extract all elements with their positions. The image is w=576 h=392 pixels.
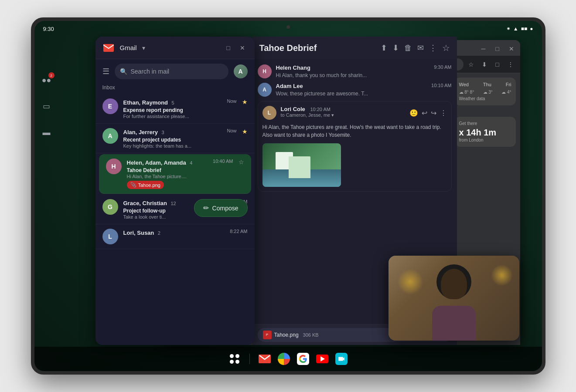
taskbar-youtube-icon[interactable] — [313, 349, 332, 368]
photo-preview — [262, 143, 341, 187]
wifi-icon: ▲ — [513, 26, 518, 32]
youtube-icon — [316, 355, 328, 363]
user-avatar[interactable]: A — [234, 64, 248, 78]
archive-icon[interactable]: ⬇ — [392, 43, 399, 53]
gmail-panel: Gmail ▾ □ ✕ ☰ 🔍 Search in mail A Inb — [95, 37, 255, 345]
gmail-logo — [102, 42, 115, 54]
taskbar-apps-button[interactable] — [225, 349, 244, 368]
time-5: 8:22 AM — [230, 229, 247, 237]
count-2: 3 — [161, 130, 164, 135]
inbox-label: Inbox — [95, 84, 255, 94]
delete-icon[interactable]: 🗑 — [404, 44, 412, 53]
avatar-msg-lori: L — [262, 106, 276, 120]
gmail-search[interactable]: 🔍 Search in mail — [115, 64, 228, 79]
person-head — [441, 269, 467, 299]
email-item-1[interactable]: E Ethan, Raymond 5 Now Expense report pe… — [95, 94, 255, 124]
star-detail[interactable]: ☆ — [442, 43, 450, 53]
count-5: 2 — [158, 230, 160, 236]
travel-sub: from London — [459, 138, 511, 142]
travel-label: Get there — [459, 121, 511, 126]
chrome-close-btn[interactable]: ✕ — [506, 44, 517, 54]
gmail-maximize-btn[interactable]: □ — [223, 43, 234, 53]
chrome-maximize-btn[interactable]: □ — [492, 44, 503, 54]
msg-more-icon[interactable]: ⋮ — [440, 109, 447, 117]
bg-light-left — [397, 269, 423, 295]
msg-header-helen: Helen Chang 9:30 AM — [276, 64, 452, 71]
gmail-sidebar: ●● 2 ▭ ▬ — [34, 37, 59, 345]
time-3: 10:40 AM — [213, 159, 233, 166]
lori-body: Hi Alan, the Tahoe pictures are great. H… — [262, 123, 447, 139]
attachment-icon: 📎 — [130, 182, 136, 188]
email-item-3[interactable]: H Helen, Adam, Amanda 4 10:40 AM Tahoe D… — [99, 154, 251, 194]
forward-icon[interactable]: ↪ — [431, 109, 436, 117]
sender-3: Helen, Adam, Amanda — [127, 159, 186, 166]
star-3[interactable]: ☆ — [239, 159, 244, 166]
star-2[interactable]: ★ — [242, 128, 248, 135]
avatar-helen: H — [106, 159, 122, 174]
star-1[interactable]: ★ — [242, 98, 248, 105]
mark-unread-icon[interactable]: ✉ — [417, 43, 424, 53]
tablet-screen: 9:30 ⁕ ▲ ■■ ● ●● 2 ▭ ▬ — [34, 21, 542, 371]
sidebar-icon-badge[interactable]: ●● 2 — [38, 71, 55, 89]
status-icons: ⁕ ▲ ■■ ● — [506, 26, 533, 32]
gmail-close-btn[interactable]: ✕ — [237, 43, 248, 53]
preview-3: Hi Alan, the Tahoe picture.... — [127, 174, 233, 179]
gmail-title: Gmail — [120, 44, 137, 51]
sidebar-meet-icon[interactable]: ▬ — [38, 124, 55, 141]
weather-temp-fri: ☁ 4° — [501, 90, 511, 95]
open-in-new-icon[interactable]: ⬆ — [381, 43, 387, 53]
search-placeholder: Search in mail — [131, 68, 170, 75]
download-button[interactable]: ⬇ — [478, 58, 491, 71]
msg-body-helen: Helen Chang 9:30 AM Hi Alan, thank you s… — [276, 64, 452, 78]
person-body — [432, 306, 476, 341]
video-call-overlay — [389, 256, 519, 341]
bg-light-right — [491, 264, 513, 286]
chrome-minimize-btn[interactable]: ─ — [478, 44, 489, 54]
apps-dot-1 — [230, 354, 234, 358]
lori-actions: 🙂 ↩ ↪ ⋮ — [409, 106, 447, 120]
actions-1: ★ — [242, 98, 248, 105]
gmail-icon — [259, 355, 271, 363]
count-1: 5 — [172, 100, 174, 105]
sidebar-chat-icon[interactable]: ▭ — [38, 98, 55, 115]
msg-time-adam: 10:10 AM — [431, 83, 451, 89]
apps-dot-2 — [235, 354, 239, 358]
attachment-chip[interactable]: 📎 Tahoe.png — [127, 181, 164, 189]
taskbar-divider — [249, 354, 250, 364]
msg-time-helen: 9:30 AM — [434, 64, 451, 71]
taskbar-google-icon[interactable] — [293, 349, 313, 368]
gmail-window-controls: □ ✕ — [223, 43, 248, 53]
menu-icon[interactable]: ☰ — [102, 67, 109, 76]
avatar-lori: L — [102, 229, 118, 244]
lori-time: 10:20 AM — [310, 107, 330, 112]
bookmark-button[interactable]: ☆ — [465, 58, 477, 71]
extensions-button[interactable]: □ — [491, 58, 504, 71]
reply-icon[interactable]: ↩ — [422, 109, 427, 117]
lori-name: Lori Cole 10:20 AM — [281, 106, 405, 112]
avatar-ethan: E — [102, 98, 118, 114]
sender-2: Alan, Jerrery — [123, 129, 158, 135]
attachment-filename: Tahoe.png — [274, 332, 299, 338]
taskbar-chrome-icon[interactable] — [274, 349, 293, 368]
weather-widget: Wed Thu Fri ☁ 8° 8° ☁ 3° ☁ 4° Weather da… — [455, 78, 516, 105]
more-options-icon[interactable]: ⋮ — [429, 43, 437, 53]
chrome-menu-button[interactable]: ⋮ — [504, 58, 517, 71]
taskbar-meet-icon[interactable] — [332, 349, 351, 368]
email-item-2[interactable]: A Alan, Jerrery 3 Now Recent project upd… — [95, 124, 255, 153]
emoji-icon[interactable]: 🙂 — [409, 109, 418, 117]
signal-icon: ■■ — [521, 26, 528, 32]
apps-grid-icon — [230, 354, 239, 364]
compose-button[interactable]: ✏ Compose — [194, 199, 248, 217]
chrome-icon — [278, 353, 290, 365]
gmail-dropdown-icon[interactable]: ▾ — [142, 44, 145, 51]
weather-temp-thu: ☁ 3° — [483, 90, 493, 95]
email-item-5[interactable]: L Lori, Susan 2 8:22 AM — [95, 224, 255, 249]
time-2: Now — [227, 128, 236, 136]
sender-1: Ethan, Raymond — [123, 99, 168, 106]
email-content-5: Lori, Susan 2 8:22 AM — [123, 229, 248, 237]
video-person — [389, 256, 519, 341]
email-item-4[interactable]: G Grace, Christian 12 10:32 AM Project f… — [95, 195, 255, 224]
taskbar-gmail-icon[interactable] — [255, 349, 274, 368]
email-subject: Tahoe Debrief — [259, 43, 317, 53]
pencil-icon: ✏ — [203, 204, 209, 212]
